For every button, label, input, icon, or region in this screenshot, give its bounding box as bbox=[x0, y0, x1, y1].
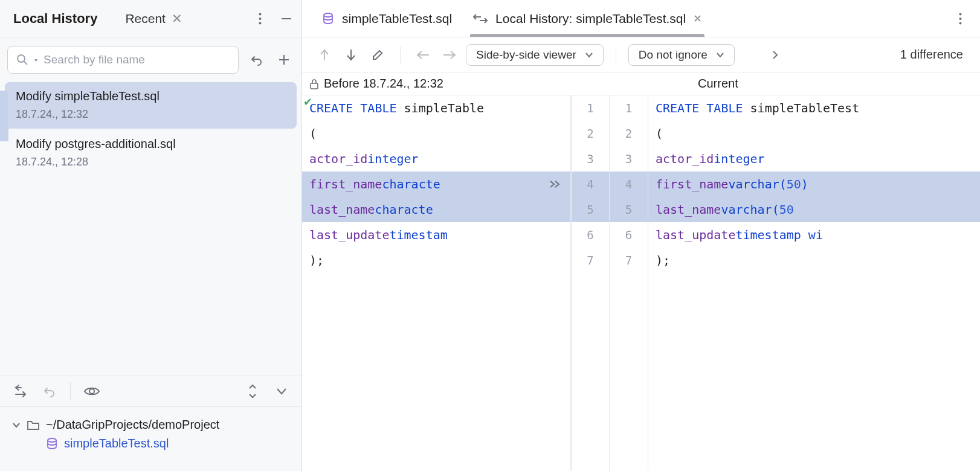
search-field[interactable] bbox=[44, 53, 230, 66]
more-icon[interactable] bbox=[250, 8, 270, 29]
check-icon: ✔ bbox=[303, 95, 312, 109]
ignore-mode-select[interactable]: Do not ignore bbox=[628, 44, 735, 66]
editor-tabbar: simpleTableTest.sql Local History: simpl… bbox=[302, 0, 980, 37]
lock-icon bbox=[309, 78, 319, 89]
local-history-panel: Local History Recent ✕ ▾ bbox=[0, 0, 302, 471]
pane-header-before-label: Before 18.7.24., 12:32 bbox=[324, 77, 443, 91]
prev-diff-icon[interactable] bbox=[314, 45, 335, 65]
svg-point-2 bbox=[259, 22, 261, 24]
svg-point-14 bbox=[959, 18, 961, 20]
file-tree: ~/DataGripProjects/demoProject simpleTab… bbox=[0, 406, 301, 471]
viewer-mode-select[interactable]: Side-by-side viewer bbox=[466, 44, 604, 66]
svg-point-8 bbox=[89, 389, 94, 394]
search-input[interactable]: ▾ bbox=[7, 46, 239, 74]
database-icon bbox=[321, 12, 335, 25]
pane-header-current-label: Current bbox=[698, 77, 738, 91]
panel-title: Local History bbox=[13, 11, 97, 27]
svg-point-15 bbox=[959, 22, 961, 24]
history-item[interactable]: Modify postgres-additional.sql 18.7.24.,… bbox=[5, 130, 297, 176]
search-icon bbox=[16, 54, 28, 66]
tree-root-label: ~/DataGripProjects/demoProject bbox=[46, 418, 219, 432]
tab-recent[interactable]: Recent ✕ bbox=[119, 8, 189, 30]
expand-icon[interactable] bbox=[765, 45, 785, 65]
more-icon[interactable] bbox=[950, 8, 970, 29]
left-footer-toolbar bbox=[0, 376, 301, 406]
add-icon[interactable] bbox=[274, 50, 294, 70]
diff-icon bbox=[472, 12, 488, 25]
separator bbox=[70, 382, 71, 400]
tree-file-label: simpleTableTest.sql bbox=[64, 437, 169, 450]
viewer-mode-label: Side-by-side viewer bbox=[476, 48, 576, 62]
chevron-down-icon bbox=[716, 52, 724, 58]
change-marker bbox=[0, 91, 8, 141]
updown-icon[interactable] bbox=[242, 381, 263, 402]
undo-icon[interactable] bbox=[246, 50, 266, 70]
minimize-icon[interactable] bbox=[276, 8, 297, 29]
svg-rect-20 bbox=[311, 83, 318, 89]
edit-icon[interactable] bbox=[367, 45, 388, 65]
database-icon bbox=[46, 438, 58, 450]
back-icon[interactable] bbox=[413, 45, 433, 65]
svg-line-5 bbox=[24, 62, 27, 65]
tab-local-history[interactable]: Local History: simpleTableTest.sql ✕ bbox=[464, 0, 711, 37]
pane-headers: Before 18.7.24., 12:32 Current bbox=[302, 72, 980, 95]
history-item-title: Modify simpleTableTest.sql bbox=[16, 88, 286, 104]
tree-root[interactable]: ~/DataGripProjects/demoProject bbox=[10, 415, 292, 434]
right-line-numbers: 1 2 3 4 5 6 7 bbox=[610, 95, 648, 471]
svg-point-1 bbox=[259, 18, 261, 20]
accept-change-icon[interactable] bbox=[541, 171, 570, 197]
tab-label: Local History: simpleTableTest.sql bbox=[495, 11, 686, 26]
pane-header-current: Current bbox=[691, 72, 746, 95]
separator bbox=[400, 46, 401, 63]
tab-file[interactable]: simpleTableTest.sql bbox=[313, 0, 460, 37]
history-item-timestamp: 18.7.24., 12:28 bbox=[16, 155, 286, 169]
history-item[interactable]: Modify simpleTableTest.sql 18.7.24., 12:… bbox=[5, 82, 297, 129]
left-panel-header: Local History Recent ✕ bbox=[0, 0, 301, 37]
code-pane-left[interactable]: ✔ CREATE TABLE simpleTable ( actor_id in… bbox=[302, 95, 541, 471]
diff-toolbar: Side-by-side viewer Do not ignore 1 diff… bbox=[302, 37, 980, 72]
history-list: Modify simpleTableTest.sql 18.7.24., 12:… bbox=[0, 82, 301, 376]
left-toolbar: ▾ bbox=[0, 37, 301, 82]
revert-commit-icon[interactable] bbox=[10, 381, 30, 402]
left-line-numbers: 1 2 3 4 5 6 7 bbox=[571, 95, 610, 471]
ignore-mode-label: Do not ignore bbox=[639, 48, 708, 62]
difference-count: 1 difference bbox=[900, 48, 968, 62]
close-icon[interactable]: ✕ bbox=[693, 12, 702, 25]
code-pane-right[interactable]: CREATE TABLE simpleTableTest ( actor_id … bbox=[648, 95, 980, 471]
history-item-title: Modify postgres-additional.sql bbox=[16, 136, 286, 152]
dropdown-icon[interactable]: ▾ bbox=[34, 57, 37, 63]
history-item-timestamp: 18.7.24., 12:32 bbox=[16, 107, 286, 121]
svg-point-13 bbox=[959, 13, 961, 15]
show-preview-icon[interactable] bbox=[82, 381, 102, 402]
forward-icon[interactable] bbox=[439, 45, 460, 65]
folder-icon bbox=[27, 420, 40, 431]
collapse-icon[interactable] bbox=[271, 381, 292, 402]
next-diff-icon[interactable] bbox=[341, 45, 361, 65]
svg-point-4 bbox=[18, 55, 25, 62]
separator bbox=[616, 46, 616, 63]
chevron-down-icon bbox=[585, 52, 593, 58]
svg-point-9 bbox=[48, 438, 56, 442]
chevron-down-icon[interactable] bbox=[12, 421, 21, 429]
undo-icon[interactable] bbox=[39, 381, 59, 402]
tab-recent-label: Recent bbox=[125, 11, 166, 26]
svg-point-0 bbox=[259, 13, 261, 15]
tree-file[interactable]: simpleTableTest.sql bbox=[10, 434, 292, 453]
svg-point-10 bbox=[324, 13, 332, 17]
diff-body: ✔ CREATE TABLE simpleTable ( actor_id in… bbox=[302, 95, 980, 471]
editor-panel: simpleTableTest.sql Local History: simpl… bbox=[302, 0, 980, 471]
accept-gutter bbox=[541, 95, 571, 471]
tab-label: simpleTableTest.sql bbox=[342, 11, 452, 26]
pane-header-before: Before 18.7.24., 12:32 bbox=[302, 72, 552, 95]
close-icon[interactable]: ✕ bbox=[172, 11, 182, 26]
